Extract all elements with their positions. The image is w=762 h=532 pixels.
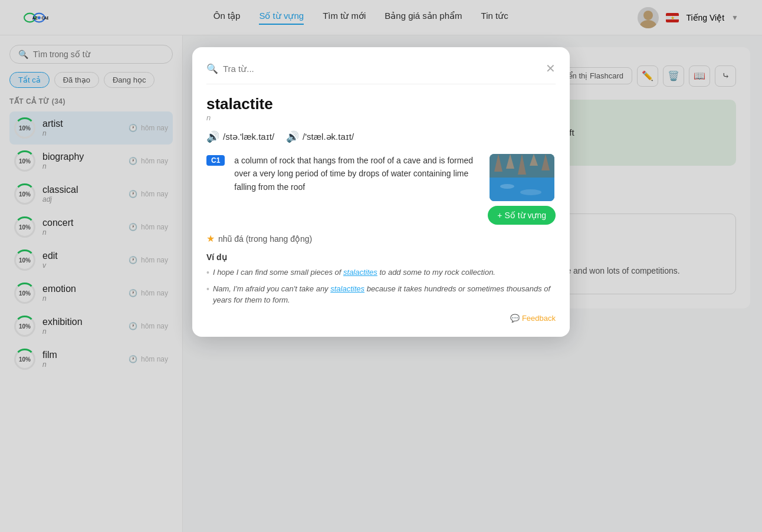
example-link[interactable]: stalactites: [343, 268, 377, 277]
popup-def-area: C1 a column of rock that hangs from the …: [206, 154, 478, 193]
popup-viet: ★ nhũ đá (trong hang động): [206, 233, 556, 244]
uk-phonetic-text: /stə.'læk.taɪt/: [223, 132, 274, 142]
popup-example: • I hope I can find some small pieces of…: [206, 267, 556, 278]
svg-rect-8: [490, 178, 554, 201]
svg-point-15: [520, 189, 541, 195]
uk-phonetic: 🔊 /stə.'læk.taɪt/: [206, 130, 274, 143]
us-speaker-icon[interactable]: 🔊: [286, 130, 299, 143]
popup-definition-row: C1 a column of rock that hangs from the …: [206, 154, 556, 225]
bullet-icon: •: [206, 268, 209, 277]
popup-def-text: a column of rock that hangs from the roo…: [234, 154, 478, 193]
uk-speaker-icon[interactable]: 🔊: [206, 130, 219, 143]
feedback-icon: 💬: [510, 314, 520, 323]
level-badge-c1: C1: [206, 155, 225, 166]
popup-word: stalactite: [206, 95, 556, 113]
popup-def-image: [490, 154, 554, 201]
popup-vidu-label: Ví dụ: [206, 252, 556, 262]
bullet-icon: •: [206, 284, 209, 294]
stalactite-image: [490, 154, 554, 201]
popup-pos: n: [206, 113, 556, 122]
feedback-label: Feedback: [522, 314, 556, 323]
star-icon: ★: [206, 233, 215, 244]
popup-overlay[interactable]: 🔍 ✕ stalactite n 🔊 /stə.'læk.taɪt/ 🔊 /'s…: [0, 0, 762, 532]
popup-card: 🔍 ✕ stalactite n 🔊 /stə.'læk.taɪt/ 🔊 /'s…: [192, 47, 570, 337]
us-phonetic-text: /'stæl.ək.taɪt/: [303, 132, 354, 142]
popup-example: • Nam, I'm afraid you can't take any sta…: [206, 283, 556, 306]
phonetics: 🔊 /stə.'læk.taɪt/ 🔊 /'stæl.ək.taɪt/: [206, 130, 556, 143]
add-to-vocab-button[interactable]: + Số từ vựng: [488, 206, 556, 225]
example-link[interactable]: stalactites: [330, 284, 364, 293]
popup-image-col: + Số từ vựng: [488, 154, 556, 225]
popup-example-text: I hope I can find some small pieces of s…: [213, 267, 495, 278]
svg-point-14: [500, 184, 514, 189]
popup-search-input[interactable]: [223, 64, 541, 74]
us-phonetic: 🔊 /'stæl.ək.taɪt/: [286, 130, 354, 143]
popup-close-button[interactable]: ✕: [546, 61, 556, 75]
popup-feedback: 💬 Feedback: [206, 313, 556, 323]
popup-search-bar: 🔍 ✕: [206, 61, 556, 84]
feedback-link[interactable]: 💬 Feedback: [510, 314, 556, 323]
popup-viet-meaning: nhũ đá (trong hang động): [218, 234, 312, 244]
popup-example-text: Nam, I'm afraid you can't take any stala…: [213, 283, 556, 306]
search-icon: 🔍: [206, 63, 218, 74]
